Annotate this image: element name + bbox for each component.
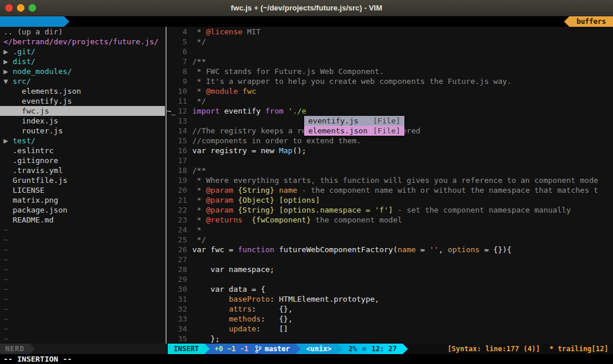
nerdtree-statusline: NERD [0,344,168,354]
code-line-5[interactable]: 5 */ [168,37,613,47]
code-line-6[interactable]: 6 [168,47,613,56]
code-line-21[interactable]: 21 * @param {Object} [options] [168,195,613,205]
completion-popup: eventify.js[File]elements.json[File] [304,116,404,136]
line-number: 20 [168,185,192,195]
window-vertical-separator[interactable] [165,27,167,344]
whitespace-icon: * [549,345,554,353]
git-branch: master [253,344,295,354]
tree-item[interactable]: .eslintrc [0,146,165,156]
line-number: 15 [168,136,192,146]
maximize-button[interactable] [29,4,36,12]
tab-arrow-icon [64,16,69,27]
powerline-arrow-icon [205,344,210,354]
tree-item[interactable]: </bertrand/dev/projects/future.js/ [0,37,165,47]
window-controls [0,4,36,12]
empty-line: ~ [0,264,165,274]
tree-item[interactable]: package.json [0,205,165,215]
code-line-7[interactable]: 7/** [168,56,613,66]
command-line: -- INSERTION -- [0,354,613,364]
tree-item[interactable]: router.js [0,126,165,136]
line-number: 4 [168,27,192,37]
buffers-label[interactable]: buffers [569,16,613,27]
completion-item[interactable]: elements.json[File] [304,126,404,136]
empty-line: ~ [0,225,165,235]
line-number: 13 [168,116,192,126]
minimize-button[interactable] [17,4,24,12]
tab-active-buffer[interactable]: s/fwc.js+ [0,16,64,27]
airline-statusline: INSERT +0 ~1 -1 master <unix> 2% ≡ 12: 2… [168,344,613,354]
completion-item[interactable]: eventify.js[File] [304,116,404,126]
line-number: 22 [168,205,192,215]
tree-item[interactable]: ▶ .git/ [0,47,165,56]
code-line-27[interactable]: 27 [168,255,613,264]
code-line-4[interactable]: 4 * @license MIT [168,27,613,37]
titlebar: fwc.js + (~/dev/projects/future.js/src) … [0,0,613,16]
line-number: 26 [168,245,192,255]
tree-item[interactable]: README.md [0,215,165,225]
whitespace-warning: * trailing[12] [549,344,608,354]
tree-item[interactable]: LICENSE [0,185,165,195]
tree-item[interactable]: Gruntfile.js [0,175,165,185]
tree-item[interactable]: eventify.js [0,96,165,106]
code-line-22[interactable]: 22 * @param {String} [options.namespace … [168,205,613,215]
code-line-32[interactable]: 32 attrs: {}, [168,304,613,314]
editor-panel: 4 * @license MIT5 */67/**8 * FWC stands … [168,27,613,344]
tree-item[interactable]: .gitignore [0,156,165,165]
tree-item[interactable]: .travis.yml [0,165,165,175]
code-line-19[interactable]: 19 * Where everything starts, this funct… [168,175,613,185]
code-line-25[interactable]: 25 */ [168,235,613,245]
code-line-9[interactable]: 9 * It's a wrapper to help you create we… [168,76,613,86]
statusline: NERD INSERT +0 ~1 -1 master <unix> 2% ≡ … [0,344,613,354]
tree-item[interactable]: ▶ test/ [0,136,165,146]
code-line-10[interactable]: 10 * @module fwc [168,86,613,96]
close-button[interactable] [5,4,13,12]
empty-line: ~ [0,314,165,324]
code-line-29[interactable]: 29 [168,274,613,284]
branch-name: master [265,344,290,354]
code-line-11[interactable]: 11 */ [168,96,613,106]
code-line-34[interactable]: 34 update: [] [168,324,613,334]
empty-line: ~ [0,255,165,264]
code-line-12[interactable]: 12import eventify from './e [168,106,613,116]
line-number: 16 [168,146,192,156]
code-line-35[interactable]: 35 }; [168,334,613,344]
empty-line: ~ [0,274,165,284]
code-line-17[interactable]: 17 [168,156,613,165]
tree-item[interactable]: index.js [0,116,165,126]
code-line-33[interactable]: 33 methods: {}, [168,314,613,324]
code-line-28[interactable]: 28 var namespace; [168,264,613,274]
tree-item[interactable]: elements.json [0,86,165,96]
code-line-23[interactable]: 23 * @returns {fwComponent} the componen… [168,215,613,225]
line-number: 19 [168,175,192,185]
line-number: 24 [168,225,192,235]
line-number: 5 [168,37,192,47]
tree-item[interactable]: ▶ node_modules/ [0,66,165,76]
code-line-16[interactable]: 16var registry = new Map(); [168,146,613,156]
nerdtree-status-label: NERD [0,344,30,354]
buffers-arrow-icon [564,16,569,27]
completion-label: elements.json [308,126,368,136]
mode-indicator: INSERT [168,344,205,354]
code-line-30[interactable]: 30 var data = { [168,284,613,294]
empty-line: ~ [0,235,165,245]
tree-item[interactable]: ▶ dist/ [0,56,165,66]
tree-item[interactable]: ▼ src/ [0,76,165,86]
tree-item[interactable]: matrix.png [0,195,165,205]
code-line-26[interactable]: 26var fwc = function futureWebComponentF… [168,245,613,255]
code-line-31[interactable]: 31 baseProto: HTMLElement.prototype, [168,294,613,304]
line-number: 11 [168,96,192,106]
line-number: 18 [168,165,192,175]
code-line-15[interactable]: 15//components in order to extend them. [168,136,613,146]
line-number: 29 [168,274,192,284]
line-number: 34 [168,324,192,334]
code-line-20[interactable]: 20 * @param {String} name - the componen… [168,185,613,195]
tree-item[interactable]: fwc.js [0,106,165,116]
tabline-spacer [69,16,564,27]
line-number: 28 [168,264,192,274]
code-line-24[interactable]: 24 * [168,225,613,235]
tree-item[interactable]: .. (up a dir) [0,27,165,37]
line-col-indicator: 12: 27 [372,344,397,354]
code-line-18[interactable]: 18/** [168,165,613,175]
code-line-8[interactable]: 8 * FWC stands for Future.js Web Compone… [168,66,613,76]
line-number: 27 [168,255,192,264]
